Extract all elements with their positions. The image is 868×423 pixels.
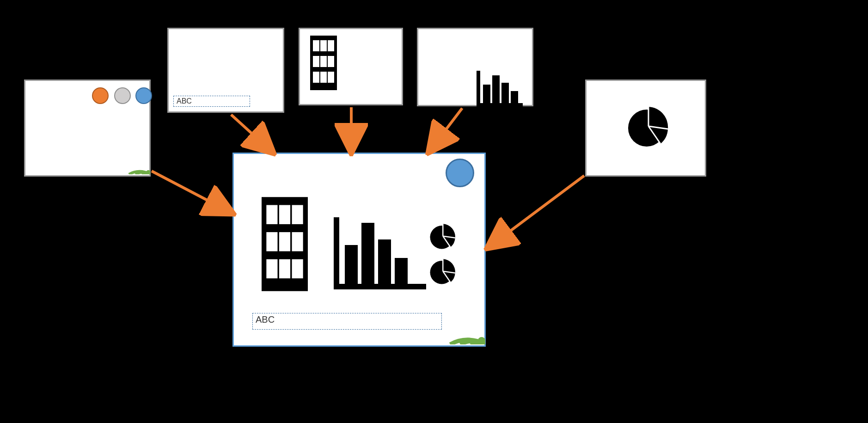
arrow-icon (231, 115, 272, 152)
arrow-icon (430, 108, 462, 151)
arrow-icon (489, 176, 584, 247)
arrows-layer (0, 0, 868, 423)
arrow-icon (152, 171, 231, 213)
